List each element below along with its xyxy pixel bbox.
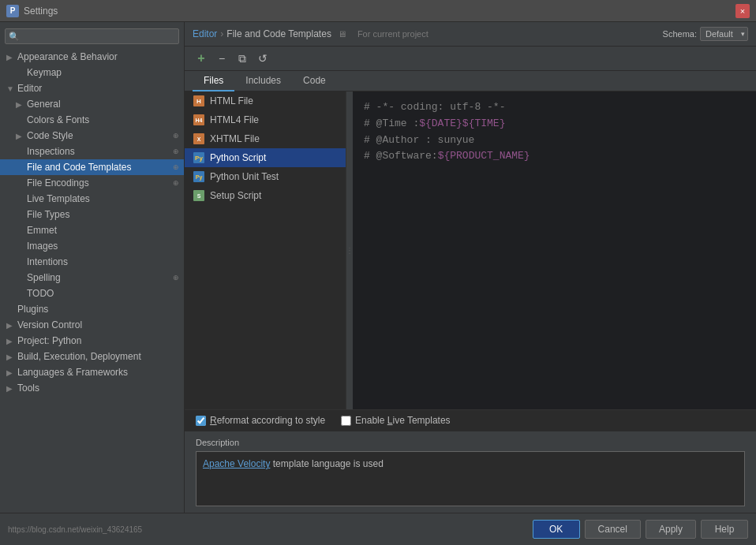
- sidebar-item-build-execution[interactable]: ▶ Build, Execution, Deployment: [0, 349, 184, 364]
- expand-arrow-icon: ▶: [16, 132, 25, 140]
- code-variable: ${DATE}: [419, 116, 462, 133]
- expand-arrow-icon: ▶: [16, 100, 25, 109]
- sidebar-item-editor[interactable]: ▼ Editor: [0, 80, 184, 96]
- xhtml-file-icon: X: [193, 133, 205, 145]
- main-content: 🔍 ▶ Appearance & Behavior Keymap ▼ Edito…: [0, 22, 756, 513]
- code-variable: ${TIME}: [462, 116, 506, 133]
- file-item-python-unit-test[interactable]: Py Python Unit Test: [185, 167, 346, 186]
- copy-button[interactable]: ⧉: [234, 50, 251, 67]
- sidebar-item-label: Version Control: [17, 319, 179, 330]
- schema-select[interactable]: Default: [700, 27, 748, 41]
- sidebar-item-label: File Encodings: [27, 177, 170, 189]
- sidebar-item-live-templates[interactable]: Live Templates: [0, 191, 184, 207]
- sidebar-item-file-types[interactable]: File Types: [0, 207, 184, 222]
- sidebar-item-spelling[interactable]: Spelling ⊕: [0, 270, 184, 286]
- sidebar-item-images[interactable]: Images: [0, 238, 184, 254]
- tab-includes[interactable]: Includes: [234, 71, 292, 91]
- cancel-button[interactable]: Cancel: [585, 520, 641, 539]
- footer-url: https://blog.csdn.net/weixin_43624165: [8, 525, 142, 534]
- file-item-setup-script[interactable]: S Setup Script: [185, 186, 346, 205]
- breadcrumb: Editor › File and Code Templates 🖥 For c…: [193, 28, 429, 39]
- ok-button[interactable]: OK: [533, 520, 580, 539]
- badge-icon: ⊕: [173, 132, 179, 140]
- file-item-python-script[interactable]: Py Python Script: [185, 148, 346, 167]
- sidebar-item-label: Languages & Frameworks: [17, 367, 179, 378]
- sidebar-item-keymap[interactable]: Keymap: [0, 65, 184, 80]
- sidebar-item-file-code-templates[interactable]: File and Code Templates ⊕: [0, 159, 184, 175]
- breadcrumb-separator: ›: [220, 28, 223, 39]
- sidebar-item-label: Plugins: [17, 304, 179, 315]
- sidebar-item-label: Code Style: [27, 130, 170, 141]
- code-comment: # @Time :: [364, 116, 419, 133]
- apply-button[interactable]: Apply: [646, 520, 696, 539]
- sidebar-item-emmet[interactable]: Emmet: [0, 222, 184, 238]
- right-panel: Editor › File and Code Templates 🖥 For c…: [185, 22, 756, 513]
- file-item-label: Python Script: [210, 152, 266, 163]
- code-comment: # -*- coding: utf-8 -*-: [364, 99, 505, 116]
- sidebar-item-label: Editor: [17, 83, 179, 94]
- sidebar-item-label: Colors & Fonts: [27, 114, 179, 125]
- search-input[interactable]: [5, 28, 179, 44]
- sidebar-item-intentions[interactable]: Intentions: [0, 254, 184, 270]
- code-comment: # @Software:: [364, 148, 438, 165]
- breadcrumb-editor[interactable]: Editor: [193, 28, 217, 39]
- schema-control: Schema: Default ▾: [663, 27, 748, 41]
- close-button[interactable]: ×: [735, 4, 750, 18]
- reformat-option[interactable]: Reformat according to style: [196, 415, 325, 426]
- panel-header: Editor › File and Code Templates 🖥 For c…: [185, 22, 756, 47]
- expand-arrow-icon: ▶: [6, 368, 16, 377]
- sidebar-item-label: Spelling: [27, 272, 170, 283]
- search-box[interactable]: 🔍: [5, 28, 179, 44]
- sidebar-item-code-style[interactable]: ▶ Code Style ⊕: [0, 128, 184, 144]
- reset-button[interactable]: ↺: [254, 50, 271, 67]
- file-item-html[interactable]: H HTML File: [185, 91, 346, 110]
- sidebar-item-label: Intentions: [27, 256, 179, 267]
- tabs-bar: Files Includes Code: [185, 71, 756, 91]
- help-button[interactable]: Help: [701, 520, 748, 539]
- apache-velocity-link[interactable]: Apache Velocity: [203, 458, 270, 469]
- code-variable: ${PRODUCT_NAME}: [438, 148, 530, 165]
- code-editor[interactable]: # -*- coding: utf-8 -*- # @Time :${DATE}…: [353, 91, 756, 409]
- file-item-html4[interactable]: H4 HTML4 File: [185, 110, 346, 129]
- sidebar-item-plugins[interactable]: Plugins: [0, 301, 184, 317]
- live-templates-checkbox[interactable]: [341, 416, 351, 426]
- options-bar: Reformat according to style Enable Live …: [185, 409, 756, 431]
- divider-handle[interactable]: ⋮: [346, 91, 353, 409]
- sidebar-item-inspections[interactable]: Inspections ⊕: [0, 144, 184, 159]
- sidebar-item-label: Emmet: [27, 225, 179, 236]
- sidebar-item-tools[interactable]: ▶ Tools: [0, 380, 184, 396]
- sidebar-item-colors-fonts[interactable]: Colors & Fonts: [0, 112, 184, 128]
- content-area: H HTML File H4 HTML4 File X: [185, 91, 756, 409]
- add-button[interactable]: +: [193, 50, 210, 67]
- sidebar-item-file-encodings[interactable]: File Encodings ⊕: [0, 175, 184, 191]
- expand-arrow-icon: ▶: [6, 53, 16, 62]
- live-templates-option[interactable]: Enable Live Templates: [341, 415, 451, 426]
- sidebar-item-todo[interactable]: TODO: [0, 286, 184, 301]
- file-item-label: XHTML File: [210, 133, 260, 144]
- tab-code[interactable]: Code: [292, 71, 337, 91]
- sidebar-item-project-python[interactable]: ▶ Project: Python: [0, 333, 184, 349]
- sidebar-item-languages-frameworks[interactable]: ▶ Languages & Frameworks: [0, 364, 184, 380]
- sidebar-item-label: General: [27, 99, 179, 110]
- sidebar-item-label: Images: [27, 241, 179, 252]
- tab-files[interactable]: Files: [193, 71, 234, 91]
- footer: https://blog.csdn.net/weixin_43624165 OK…: [0, 513, 756, 545]
- expand-arrow-icon: ▶: [6, 353, 16, 361]
- search-icon: 🔍: [9, 32, 20, 42]
- breadcrumb-for-project-icon: 🖥: [338, 29, 346, 39]
- reformat-label: Reformat according to style: [210, 415, 325, 426]
- schema-select-wrapper[interactable]: Default ▾: [700, 27, 748, 41]
- sidebar-item-appearance-behavior[interactable]: ▶ Appearance & Behavior: [0, 49, 184, 65]
- remove-button[interactable]: −: [213, 50, 230, 67]
- reformat-checkbox[interactable]: [196, 416, 206, 426]
- sidebar-item-general[interactable]: ▶ General: [0, 96, 184, 112]
- html-file-icon: H: [193, 95, 205, 107]
- file-list: H HTML File H4 HTML4 File X: [185, 91, 346, 409]
- sidebar-item-version-control[interactable]: ▶ Version Control: [0, 317, 184, 333]
- code-line-2: # @Time :${DATE} ${TIME}: [364, 116, 745, 133]
- description-body: template language is used: [270, 458, 383, 469]
- file-item-label: Python Unit Test: [210, 171, 279, 182]
- sidebar-item-label: Project: Python: [17, 335, 179, 346]
- file-item-xhtml[interactable]: X XHTML File: [185, 129, 346, 148]
- file-item-label: HTML File: [210, 95, 253, 106]
